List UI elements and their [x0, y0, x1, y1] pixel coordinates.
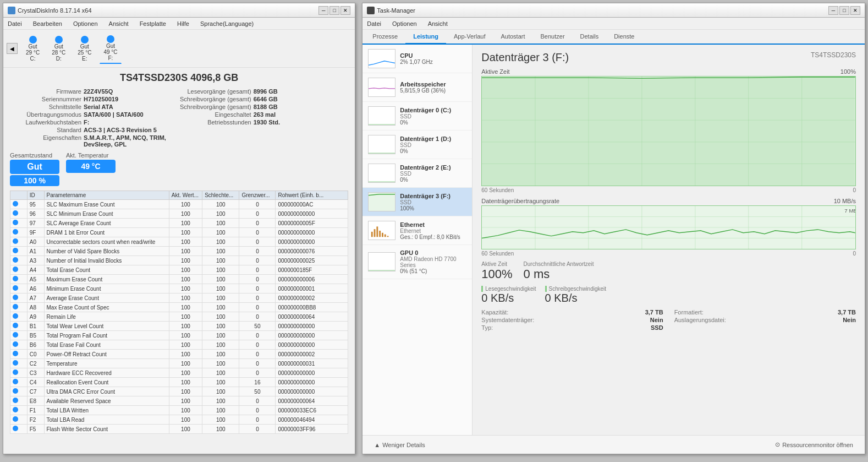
sidebar-item-disk-e[interactable]: Datenträger 2 (E:) SSD 0% [362, 159, 472, 188]
active-time-bottom-labels: 60 Sekunden 0 [481, 187, 856, 193]
chart-60s-label: 60 Sekunden [481, 187, 514, 193]
tab-benutzer[interactable]: Benutzer [533, 30, 573, 45]
details-grid: Kapazität: 3,7 TB Formatiert: 3,7 TB Sys… [481, 309, 856, 331]
th-dot [10, 191, 28, 200]
row-raw: 000000000000 [276, 387, 348, 396]
disk-c-name: Datenträger 0 (C:) [400, 107, 466, 113]
tab-leistung[interactable]: Leistung [405, 30, 446, 45]
restore-button[interactable]: □ [329, 6, 339, 15]
tm-app-icon [367, 7, 375, 14]
row-current: 100 [169, 275, 202, 284]
active-time-stat: Aktive Zeit 100% [481, 261, 512, 281]
detail-label: Auslagerungsdatei: [674, 317, 726, 323]
drive-e-temp: 25 °C [78, 50, 91, 56]
row-name: Power-Off Retract Count [44, 350, 169, 359]
row-name: Minimum Erase Count [44, 284, 169, 293]
tm-title-area: Task-Manager [367, 7, 415, 14]
drive-f-button[interactable]: Gut 49 °C F: [100, 33, 121, 64]
drive-d-letter: D: [56, 56, 62, 62]
close-button[interactable]: ✕ [340, 6, 350, 15]
row-worst: 100 [202, 425, 239, 434]
menu-hilfe[interactable]: Hilfe [175, 19, 191, 28]
sidebar-item-disk-c[interactable]: Datenträger 0 (C:) SSD 0% [362, 102, 472, 131]
th-raw: Rohwert (Einh. b... [276, 191, 348, 200]
minimize-button[interactable]: ─ [318, 6, 328, 15]
row-id: F2 [27, 415, 44, 425]
disk-d-sub: SSD [400, 142, 466, 148]
power-hours-row: Betriebsstunden 1930 Std. [180, 119, 349, 126]
menu-sprache[interactable]: Sprache(Language) [198, 19, 256, 28]
svg-rect-7 [371, 232, 373, 237]
row-dot-cell [10, 415, 28, 425]
tm-footer: ▲ Weniger Details ⊙ Ressourcenmonitor öf… [362, 435, 865, 454]
menu-datei[interactable]: Datei [6, 19, 24, 28]
sidebar-item-disk-f[interactable]: Datenträger 3 (F:) SSD 100% [362, 188, 472, 216]
row-raw: 000000033EC6 [276, 406, 348, 415]
row-dot-cell [10, 359, 28, 368]
tm-restore-button[interactable]: □ [839, 6, 849, 15]
disk-d-thumb [368, 135, 395, 154]
tab-prozesse[interactable]: Prozesse [365, 30, 405, 45]
tab-app-verlauf[interactable]: App-Verlauf [446, 30, 493, 45]
row-id: A4 [27, 265, 44, 275]
tm-close-button[interactable]: ✕ [850, 6, 860, 15]
sidebar-item-ethernet[interactable]: Ethernet Ethernet Ges.: 0 Empf.: 8,0 KBi… [362, 216, 472, 245]
sidebar-item-gpu[interactable]: GPU 0 AMD Radeon HD 7700 Series 0% (51 °… [362, 245, 472, 279]
sidebar-item-memory[interactable]: Arbeitsspeicher 5,8/15,9 GB (36%) [362, 73, 472, 102]
less-details-button[interactable]: ▲ Weniger Details [369, 439, 430, 450]
row-worst: 100 [202, 293, 239, 303]
detail-label: Kapazität: [481, 309, 508, 316]
health-dot [13, 285, 18, 291]
row-id: A9 [27, 312, 44, 322]
sidebar-item-cpu[interactable]: CPU 2% 1,07 GHz [362, 45, 472, 73]
menu-optionen[interactable]: Optionen [71, 19, 100, 28]
tm-menu-ansicht[interactable]: Ansicht [426, 19, 450, 28]
row-raw: 000000000025 [276, 256, 348, 265]
sidebar-item-disk-d[interactable]: Datenträger 1 (D:) SSD 0% [362, 131, 472, 159]
tab-details[interactable]: Details [573, 30, 607, 45]
tm-menu-datei[interactable]: Datei [365, 19, 383, 28]
power-on-row: Eingeschaltet 263 mal [180, 111, 349, 118]
health-dot [13, 416, 18, 422]
table-row: F2 Total LBA Read 100 100 0 000000046494 [10, 415, 348, 425]
row-dot-cell [10, 275, 28, 284]
row-worst: 100 [202, 303, 239, 312]
nav-prev[interactable]: ◀ [7, 43, 18, 54]
tm-menu-optionen[interactable]: Optionen [390, 19, 419, 28]
row-id: A0 [27, 237, 44, 247]
row-current: 100 [169, 312, 202, 322]
drive-e-button[interactable]: Gut 25 °C E: [74, 34, 95, 64]
row-threshold: 50 [239, 387, 276, 396]
ethernet-thumb [368, 221, 395, 240]
table-row: C7 Ultra DMA CRC Error Count 100 100 50 … [10, 387, 348, 396]
memory-name: Arbeitsspeicher [400, 81, 466, 88]
row-dot-cell [10, 331, 28, 340]
row-dot-cell [10, 303, 28, 312]
menu-festplatte[interactable]: Festplatte [138, 19, 168, 28]
drive-d-button[interactable]: Gut 28 °C D: [48, 34, 69, 64]
power-hours-label: Betriebsstunden [180, 119, 251, 126]
row-id: E8 [27, 396, 44, 406]
row-id: A3 [27, 256, 44, 265]
row-worst: 100 [202, 228, 239, 237]
row-threshold: 0 [239, 219, 276, 228]
transfer-0-label: 0 [853, 251, 856, 257]
svg-rect-8 [374, 229, 376, 237]
drive-c-button[interactable]: Gut 29 °C C: [22, 34, 43, 64]
svg-rect-0 [369, 50, 395, 68]
detail-row: Systemdatenträger: Nein [481, 317, 663, 323]
row-id: A5 [27, 275, 44, 284]
tab-dienste[interactable]: Dienste [606, 30, 642, 45]
read-speed-label: Lesegeschwindigkeit [481, 286, 536, 292]
resource-monitor-label: Ressourcenmonitor öffnen [782, 442, 853, 448]
row-id: 95 [27, 200, 44, 209]
menu-ansicht[interactable]: Ansicht [107, 19, 131, 28]
row-current: 100 [169, 415, 202, 425]
menu-bearbeiten[interactable]: Bearbeiten [31, 19, 64, 28]
tab-autostart[interactable]: Autostart [493, 30, 532, 45]
disk-f-name: Datenträger 3 (F:) [400, 193, 466, 199]
resource-monitor-button[interactable]: ⊙ Ressourcenmonitor öffnen [770, 439, 858, 450]
tm-minimize-button[interactable]: ─ [828, 6, 838, 15]
row-raw: 000000000000 [276, 209, 348, 219]
row-raw: 000000000BB8 [276, 303, 348, 312]
